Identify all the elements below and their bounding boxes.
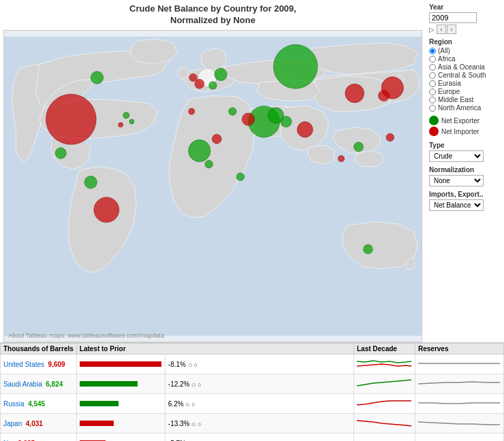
region-northamerica[interactable]: North America xyxy=(429,104,501,112)
data-table: Thousands of Barrels Latest to Prior Las… xyxy=(0,343,504,441)
reserves-cell xyxy=(415,374,504,394)
bubble-africa3 xyxy=(205,160,213,168)
type-select[interactable]: Crude xyxy=(429,150,484,162)
bubble-brazil xyxy=(94,197,119,223)
year-nav: ▷ ‹ › xyxy=(429,24,501,34)
bubble-eu2 xyxy=(215,68,227,81)
bubble-korea xyxy=(378,90,389,101)
region-central[interactable]: Central & South xyxy=(429,71,501,79)
th-country: Thousands of Barrels xyxy=(1,344,77,355)
right-panel: Year ▷ ‹ › Region (All) xyxy=(426,0,504,342)
legend-importer: Net Importer xyxy=(429,127,501,136)
country-cell: Saudi Arabia 6,824 xyxy=(1,374,77,394)
imports-select[interactable]: Net Balance xyxy=(429,199,484,211)
region-africa-radio[interactable] xyxy=(429,56,436,63)
bubble-eu3 xyxy=(195,79,204,88)
region-eurasia-radio[interactable] xyxy=(429,80,436,87)
bar-cell xyxy=(76,374,165,394)
reserves-sparkline xyxy=(418,435,500,441)
year-input[interactable] xyxy=(429,12,477,23)
map-container[interactable]: About Tableau maps: www.tableausoftware.… xyxy=(3,30,422,342)
delta-icon: ⊙ 0 xyxy=(188,362,198,368)
region-central-radio[interactable] xyxy=(429,72,436,79)
region-middleeast-label: Middle East xyxy=(438,96,473,103)
bubble-small2 xyxy=(119,122,123,127)
region-europe[interactable]: Europe xyxy=(429,88,501,95)
region-middleeast[interactable]: Middle East xyxy=(429,96,501,103)
bubble-eu4 xyxy=(209,82,217,90)
pct-value: -12.2% xyxy=(168,380,190,388)
bar-green xyxy=(80,401,119,406)
bubble-venezuela xyxy=(84,176,97,189)
country-value: 4,031 xyxy=(26,420,43,427)
country-name[interactable]: Saudi Arabia xyxy=(3,380,42,388)
bar-green xyxy=(80,381,138,387)
bubble-sea2 xyxy=(338,155,344,161)
reserves-cell xyxy=(415,414,504,434)
bubble-india xyxy=(297,122,313,137)
main-container: Crude Net Balance by Country for 2009, N… xyxy=(0,0,504,441)
region-asia-radio[interactable] xyxy=(429,64,436,71)
country-value: 4,545 xyxy=(28,400,45,408)
norm-label: Normalization xyxy=(429,166,501,174)
region-northamerica-radio[interactable] xyxy=(429,105,436,112)
bubble-me2 xyxy=(281,116,292,127)
region-middleeast-radio[interactable] xyxy=(429,97,436,103)
table-row: N... 3,035 -5.7% ⊙ 0 xyxy=(1,434,504,442)
bubble-small6 xyxy=(236,173,245,181)
legend-section: Net Exporter Net Importer xyxy=(429,116,501,137)
title-line1: Crude Net Balance by Country for 2009, xyxy=(129,3,296,14)
chart-title: Crude Net Balance by Country for 2009, N… xyxy=(3,3,422,27)
region-eurasia[interactable]: Eurasia xyxy=(429,80,501,87)
norm-select[interactable]: None xyxy=(429,175,484,186)
region-section: Region (All) Africa Asia & Oceania xyxy=(429,38,501,112)
country-name[interactable]: Russia xyxy=(3,400,25,408)
country-cell: Russia 4,545 xyxy=(1,394,77,414)
decade-sparkline xyxy=(357,376,411,391)
type-section: Type Crude xyxy=(429,142,501,162)
region-all[interactable]: (All) xyxy=(429,47,501,54)
country-cell: N... 3,035 xyxy=(1,434,77,442)
bar-cell xyxy=(76,414,165,434)
decade-cell xyxy=(354,394,415,414)
country-value: 9,609 xyxy=(48,361,65,368)
country-value: 6,824 xyxy=(46,380,63,388)
reserves-sparkline xyxy=(418,376,500,391)
imports-section: Imports, Export.. Net Balance xyxy=(429,191,501,211)
normalization-section: Normalization None xyxy=(429,166,501,186)
bubble-small1 xyxy=(123,112,129,118)
reserves-cell xyxy=(415,355,504,374)
region-all-radio[interactable] xyxy=(429,48,436,54)
country-name[interactable]: Japan xyxy=(3,420,22,427)
bubble-small3 xyxy=(129,119,134,124)
bar-cell xyxy=(76,394,165,414)
reserves-sparkline xyxy=(418,395,500,410)
th-latest: Latest to Prior xyxy=(76,344,353,355)
delta-icon: ⊙ 0 xyxy=(191,382,201,388)
importer-icon xyxy=(429,127,439,136)
country-name[interactable]: United States xyxy=(3,361,44,368)
prev-year-button[interactable]: ‹ xyxy=(437,24,446,34)
reserves-sparkline xyxy=(418,415,500,430)
bubble-africa2 xyxy=(212,134,221,144)
reserves-cell xyxy=(415,394,504,414)
region-asia[interactable]: Asia & Oceania xyxy=(429,63,501,71)
decade-sparkline xyxy=(357,435,411,441)
bubble-me3 xyxy=(242,113,255,126)
importer-label: Net Importer xyxy=(441,128,479,135)
region-africa-label: Africa xyxy=(438,55,456,63)
decade-cell xyxy=(354,434,415,442)
play-icon: ▷ xyxy=(429,26,435,33)
reserves-cell xyxy=(415,434,504,442)
pct-cell: 6.2% ⊙ 0 xyxy=(165,394,353,414)
region-europe-radio[interactable] xyxy=(429,88,436,95)
bubble-mexico xyxy=(55,148,66,159)
imports-label: Imports, Export.. xyxy=(429,191,501,198)
decade-sparkline xyxy=(357,395,411,410)
next-year-button[interactable]: › xyxy=(447,24,456,34)
bar-cell xyxy=(76,355,165,374)
region-africa[interactable]: Africa xyxy=(429,55,501,63)
reserves-sparkline xyxy=(418,356,500,371)
bubble-aus2 xyxy=(363,244,373,254)
bubble-small4 xyxy=(229,108,237,116)
